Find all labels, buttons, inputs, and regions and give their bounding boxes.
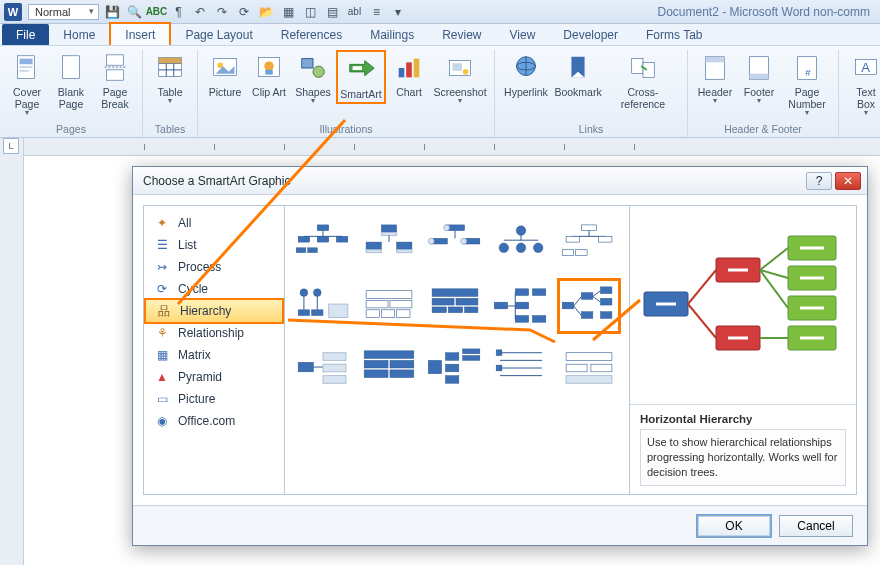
open-icon[interactable]: 📂 xyxy=(257,3,275,21)
list-icon: ☰ xyxy=(154,238,170,252)
smartart-button[interactable]: SmartArt xyxy=(336,50,386,104)
thumb-hierarchy-list[interactable] xyxy=(425,278,485,334)
tab-view[interactable]: View xyxy=(496,24,550,45)
picture-cat-icon: ▭ xyxy=(154,392,170,406)
paragraph-marks-icon[interactable]: ¶ xyxy=(169,3,187,21)
svg-rect-5 xyxy=(107,55,124,65)
category-list[interactable]: ☰List xyxy=(144,234,284,256)
svg-line-112 xyxy=(593,291,601,297)
tab-file[interactable]: File xyxy=(2,24,49,45)
svg-rect-45 xyxy=(317,225,328,231)
thumb-horizontal-hierarchy[interactable] xyxy=(557,278,621,334)
page-break-button[interactable]: Page Break xyxy=(94,50,136,116)
picture-button[interactable]: Picture xyxy=(204,50,246,104)
thumb-horizontal-labeled[interactable] xyxy=(293,340,353,396)
tab-insert[interactable]: Insert xyxy=(109,22,171,45)
tab-references[interactable]: References xyxy=(267,24,356,45)
category-hierarchy[interactable]: 品Hierarchy xyxy=(144,298,284,324)
svg-rect-95 xyxy=(456,298,478,305)
group-pages: Cover Page Blank Page Page Break Pages xyxy=(0,50,143,137)
clip-art-button[interactable]: Clip Art xyxy=(248,50,290,104)
chart-icon xyxy=(393,52,425,84)
svg-point-67 xyxy=(516,226,526,236)
thumb-hierarchy[interactable] xyxy=(557,216,621,272)
page-number-button[interactable]: #Page Number xyxy=(782,50,832,116)
dialog-title: Choose a SmartArt Graphic xyxy=(143,174,290,188)
help-button[interactable]: ? xyxy=(806,172,832,190)
tab-review[interactable]: Review xyxy=(428,24,495,45)
print-preview-icon[interactable]: 🔍 xyxy=(125,3,143,21)
svg-rect-127 xyxy=(428,360,441,373)
qat-customize-icon[interactable]: ▾ xyxy=(389,3,407,21)
chart-button[interactable]: Chart xyxy=(388,50,430,104)
shapes-button[interactable]: Shapes xyxy=(292,50,334,104)
save-icon[interactable]: 💾 xyxy=(103,3,121,21)
page-break-icon xyxy=(99,52,131,84)
thumb-lined-list[interactable] xyxy=(491,340,551,396)
bookmark-button[interactable]: Bookmark xyxy=(553,50,603,110)
category-matrix[interactable]: ▦Matrix xyxy=(144,344,284,366)
dialog-footer: OK Cancel xyxy=(133,505,867,545)
table-button[interactable]: Table xyxy=(149,50,191,104)
macros-icon[interactable]: ▦ xyxy=(279,3,297,21)
thumb-labeled-hierarchy[interactable] xyxy=(293,278,353,334)
close-button[interactable]: ✕ xyxy=(835,172,861,190)
svg-rect-121 xyxy=(323,376,346,384)
group-illustrations: Picture Clip Art Shapes SmartArt Chart S… xyxy=(198,50,495,137)
group-header-footer: Header Footer #Page Number Header & Foot… xyxy=(688,50,839,137)
svg-rect-114 xyxy=(600,287,611,294)
cancel-button[interactable]: Cancel xyxy=(779,515,853,537)
tab-page-layout[interactable]: Page Layout xyxy=(171,24,266,45)
redo-icon[interactable]: ↷ xyxy=(213,3,231,21)
tab-selector[interactable]: L xyxy=(3,138,19,154)
thumb-circle-picture-hierarchy[interactable] xyxy=(491,216,551,272)
spellcheck-icon[interactable]: ABC xyxy=(147,3,165,21)
style-selector[interactable]: Normal xyxy=(28,4,99,20)
category-pyramid[interactable]: ▲Pyramid xyxy=(144,366,284,388)
category-cycle[interactable]: ⟳Cycle xyxy=(144,278,284,300)
svg-rect-73 xyxy=(581,225,596,231)
thumb-org-chart[interactable] xyxy=(293,216,353,272)
properties-icon[interactable]: ▤ xyxy=(323,3,341,21)
thumb-table-hierarchy[interactable] xyxy=(359,278,419,334)
svg-rect-48 xyxy=(298,236,309,242)
cover-page-button[interactable]: Cover Page xyxy=(6,50,48,116)
tab-developer[interactable]: Developer xyxy=(549,24,632,45)
text-label-icon[interactable]: abl xyxy=(345,3,363,21)
tab-mailings[interactable]: Mailings xyxy=(356,24,428,45)
svg-rect-27 xyxy=(453,63,462,71)
thumb-horizontal-multi-level[interactable] xyxy=(359,340,419,396)
svg-rect-98 xyxy=(465,307,478,313)
footer-button[interactable]: Footer xyxy=(738,50,780,116)
header-button[interactable]: Header xyxy=(694,50,736,116)
svg-rect-142 xyxy=(566,376,612,384)
category-picture[interactable]: ▭Picture xyxy=(144,388,284,410)
screenshot-button[interactable]: Screenshot xyxy=(432,50,488,104)
hyperlink-button[interactable]: Hyperlink xyxy=(501,50,551,110)
thumb-horizontal-org-chart[interactable] xyxy=(491,278,551,334)
svg-rect-58 xyxy=(397,242,412,250)
svg-rect-139 xyxy=(566,353,612,361)
category-relationship[interactable]: ⚘Relationship xyxy=(144,322,284,344)
refresh-icon[interactable]: ⟳ xyxy=(235,3,253,21)
svg-text:#: # xyxy=(805,68,811,78)
align-icon[interactable]: ≡ xyxy=(367,3,385,21)
category-process[interactable]: ↣Process xyxy=(144,256,284,278)
blank-page-button[interactable]: Blank Page xyxy=(50,50,92,116)
category-all[interactable]: ✦All xyxy=(144,212,284,234)
side-by-side-icon[interactable]: ◫ xyxy=(301,3,319,21)
thumb-architecture-layout[interactable] xyxy=(557,340,621,396)
tab-forms[interactable]: Forms Tab xyxy=(632,24,716,45)
word-app-icon[interactable]: W xyxy=(4,3,22,21)
tab-home[interactable]: Home xyxy=(49,24,109,45)
ok-button[interactable]: OK xyxy=(697,515,771,537)
text-box-button[interactable]: AText Box xyxy=(845,50,880,116)
thumb-name-title-org[interactable] xyxy=(359,216,419,272)
thumb-half-circle-org[interactable] xyxy=(425,216,485,272)
cross-reference-button[interactable]: Cross-reference xyxy=(605,50,681,110)
thumb-block-hierarchy[interactable] xyxy=(425,340,485,396)
category-officecom[interactable]: ◉Office.com xyxy=(144,410,284,432)
table-icon xyxy=(154,52,186,84)
undo-icon[interactable]: ↶ xyxy=(191,3,209,21)
svg-rect-128 xyxy=(445,353,458,361)
